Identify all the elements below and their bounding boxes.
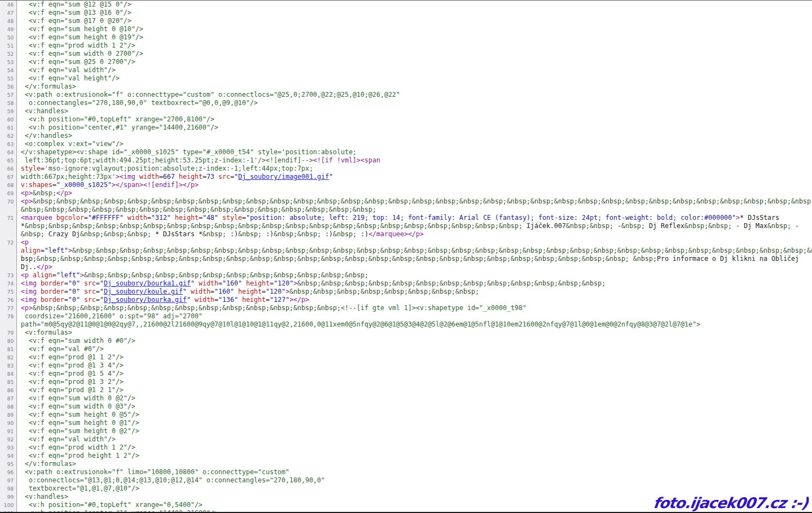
- line-number: [0, 320, 16, 329]
- code-segment: Pro informace o Dj klikni na Obličej: [657, 255, 799, 263]
- code-segment: [218, 214, 222, 221]
- code-segment: <v:f eqn="prod @1 2 1"/>: [21, 386, 124, 394]
- source-code-text: </v:shapetype><v:shape id="_x0000_s1025"…: [16, 148, 812, 156]
- code-segment: =: [262, 288, 266, 295]
- source-code-text: o:connectangles="270,180,90,0" textboxre…: [16, 99, 812, 107]
- code-segment: [629, 255, 633, 263]
- source-code-text: <v:f eqn="sum height 0 @10"/>: [16, 25, 812, 33]
- source-row: 89 <v:f eqn="sum height 0 @5"/>: [0, 411, 812, 419]
- watermark: foto.ijacek007.cz :-): [652, 494, 809, 511]
- code-segment: <img: [21, 296, 40, 304]
- source-row: bsp;&nbsp;&nbsp;&nbsp;&nbsp;&nbsp;&nbsp;…: [0, 255, 812, 263]
- line-number: 52: [0, 50, 16, 58]
- code-segment: width: [198, 279, 218, 287]
- code-segment: <v:f eqn="prod @1 3 4"/>: [21, 362, 124, 369]
- code-segment: [171, 214, 175, 221]
- source-row: 86 <v:f eqn="prod @1 2 1"/>: [0, 386, 812, 394]
- source-code-text: <v:f eqn="val #0"/>: [16, 345, 812, 353]
- source-code-text: <p>&nbsp;&nbsp;&nbsp;&nbsp;&nbsp;&nbsp;&…: [16, 197, 812, 206]
- source-code-text: </v:formulas>: [16, 460, 812, 468]
- source-row: 60 <v:h position="#0,topLeft" xrange="27…: [0, 115, 812, 124]
- source-code-text: <v:h position="center,#1" yrange="14400,…: [16, 124, 812, 132]
- code-segment: >: [68, 247, 72, 254]
- source-row: 93 <v:f eqn="prod width 1 2"/>: [0, 444, 812, 452]
- entity-run: &nbsp;: [333, 230, 357, 238]
- code-segment: <v:h position="#0,topLeft" xrange="0,540…: [21, 501, 202, 509]
- code-segment: border: [40, 296, 64, 304]
- line-number: 78: [0, 312, 16, 320]
- source-row: 50 <v:f eqn="sum height 0 @19"/>: [0, 33, 812, 42]
- code-segment: o:connectangles="270,180,90,0" textboxre…: [21, 99, 258, 107]
- line-number: 56: [0, 83, 16, 91]
- code-segment: <v:f eqn="sum @13 @16 0"/>: [21, 9, 131, 16]
- code-segment: src: [84, 279, 96, 287]
- line-number: 83: [0, 362, 16, 370]
- entity-run: &nbsp;&nbsp;&nbsp;&nbsp;&nbsp;&nbsp;&nbs…: [297, 279, 606, 287]
- source-row: 97 o:connectlocs="@13,@1;0,@14;@13,@10;@…: [0, 476, 812, 485]
- source-row: 85 <v:f eqn="prod @1 3 2"/>: [0, 378, 812, 386]
- entity-run: &nbsp;&nbsp;&nbsp;&nbsp;&nbsp;&nbsp;&nbs…: [21, 206, 376, 213]
- line-number: 57: [0, 91, 16, 99]
- source-row: 67width:667px;height:73px'><img width=66…: [0, 173, 812, 181]
- line-number: 94: [0, 452, 16, 460]
- code-segment: </v:shapetype><v:shape id="_x0000_s1025"…: [21, 148, 357, 156]
- code-segment: Dj Reflex: [645, 222, 685, 230]
- code-segment: <v:f eqn="prod height 1 2"/>: [21, 452, 139, 459]
- source-code-text: &nbsp;&nbsp;&nbsp;&nbsp;&nbsp;&nbsp;&nbs…: [16, 206, 812, 214]
- code-segment: [238, 296, 242, 304]
- source-row: 52 <v:f eqn="sum width 0 2700"/>: [0, 50, 812, 58]
- code-segment: =: [202, 173, 206, 180]
- code-segment: "312": [151, 214, 171, 221]
- source-row: 56 </v:formulas>: [0, 83, 812, 91]
- code-segment: "120": [266, 288, 285, 295]
- code-segment: <v:path o:extrusionok="f" o:connecttype=…: [21, 91, 400, 98]
- code-segment: </v:formulas>: [21, 83, 76, 90]
- code-segment: =: [52, 181, 56, 189]
- code-segment: align: [33, 271, 52, 279]
- entity-run: &nbsp;: [621, 222, 645, 230]
- code-segment: =: [211, 288, 214, 295]
- code-segment: =": [230, 173, 238, 180]
- entity-run: &nbsp;&nbsp;&nbsp;&nbsp;&nbsp;&nbsp;&nbs…: [289, 288, 479, 295]
- source-code-text: <p: [16, 238, 812, 247]
- source-code-text: Dj..</p>: [16, 263, 812, 271]
- source-code-text: <img border="0" src="Dj_soubory/koule.gi…: [16, 288, 812, 296]
- code-segment: Crazy Dj: [44, 230, 80, 238]
- line-number: 62: [0, 132, 16, 140]
- code-segment: * DJsStars: [740, 214, 779, 221]
- code-segment: =: [64, 288, 68, 295]
- source-row: 53 <v:f eqn="sum @25 0 2700"/>: [0, 58, 812, 66]
- source-link[interactable]: Dj_soubory/bourka1.gif: [104, 279, 191, 287]
- source-link[interactable]: Dj_soubory/bourka.gif: [104, 296, 187, 304]
- code-segment: ": [191, 279, 198, 287]
- code-segment: <v:f eqn="sum width 0 @2"/>: [21, 394, 136, 402]
- code-segment: <v:f eqn="sum width 0 #0"/>: [21, 337, 136, 345]
- code-segment: =: [270, 279, 273, 287]
- code-segment: -: [791, 222, 799, 230]
- code-segment: <v:handles>: [21, 493, 68, 500]
- entity-run: &nbsp;: [633, 255, 657, 263]
- source-row: 46 <v:f eqn="sum @12 @15 0"/>: [0, 1, 812, 9]
- line-number: 98: [0, 485, 16, 493]
- code-segment: "136": [218, 296, 238, 304]
- line-number: [0, 230, 16, 238]
- entity-run: &nbsp;&nbsp;&nbsp;&nbsp;&nbsp;&nbsp;&nbs…: [33, 197, 812, 205]
- source-link[interactable]: Dj_soubory/koule.gif: [104, 288, 183, 295]
- code-segment: <v:f eqn="sum height 0 @19"/>: [21, 33, 143, 41]
- source-row: 61 <v:h position="center,#1" yrange="144…: [0, 124, 812, 132]
- source-row: 71<marquee bgcolor="#FFFFFF" width="312"…: [0, 214, 812, 222]
- source-row: 87 <v:f eqn="sum width 0 @2"/>: [0, 394, 812, 403]
- source-row: &nbsp;&nbsp;&nbsp;&nbsp;&nbsp;&nbsp;&nbs…: [0, 206, 812, 214]
- line-number: 48: [0, 17, 16, 25]
- code-segment: - Dj Max: [732, 222, 768, 230]
- code-segment: <![if !vml]><span: [313, 156, 381, 164]
- code-segment: ></span><![endif]></p>: [112, 181, 198, 189]
- code-segment: <v:path o:extrusionok="f" limo="10800,10…: [21, 468, 289, 476]
- source-code-text: bsp;&nbsp;&nbsp;&nbsp;&nbsp;&nbsp;&nbsp;…: [16, 255, 812, 263]
- source-code-text: <v:f eqn="prod @1 3 4"/>: [16, 362, 812, 370]
- source-code-text: <v:formulas>: [16, 329, 812, 337]
- code-segment: </marquee></p>: [369, 230, 424, 238]
- line-number: 58: [0, 99, 16, 107]
- source-link[interactable]: Dj_soubory/image001.gif: [238, 173, 329, 180]
- code-segment: =": [96, 288, 103, 295]
